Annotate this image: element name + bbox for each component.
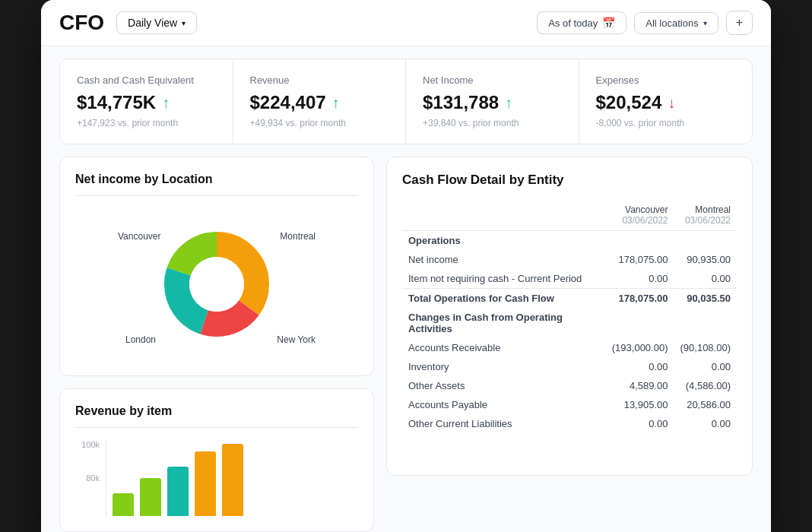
add-button[interactable]: + (726, 11, 753, 35)
ar-v1: (193,000.00) (606, 338, 674, 357)
col-header-montreal: Montreal 03/06/2022 (674, 200, 737, 231)
net-income-link[interactable]: Net income (402, 250, 606, 269)
kpi-change-net-income: +39,840 vs. prior month (423, 118, 562, 128)
table-row: Accounts Receivable (193,000.00) (90,108… (402, 338, 737, 357)
ocl-v1: 0.00 (606, 414, 674, 433)
inventory-label: Inventory (402, 357, 606, 376)
all-locations-button[interactable]: All locations ▾ (634, 12, 718, 34)
kpi-card-net-income: Net Income $131,788 ↑ +39,840 vs. prior … (406, 59, 579, 144)
revenue-by-item-card: Revenue by item 100k 80k 0 (59, 388, 374, 532)
page-title: CFO (59, 11, 104, 35)
as-of-today-button[interactable]: As of today 📅 (537, 11, 626, 34)
header: CFO Daily View ▾ As of today 📅 All locat… (41, 0, 771, 46)
arrow-up-icon: ↑ (505, 94, 512, 112)
donut-chart-svg (160, 227, 274, 341)
table-row: Other Assets 4,589.00 (4,586.00) (402, 376, 737, 395)
total-operations-row: Total Operations for Cash Flow 178,075.0… (402, 289, 737, 309)
section-operations: Operations (402, 231, 737, 251)
col-header-vancouver: Vancouver 03/06/2022 (606, 200, 674, 231)
bar-3 (167, 467, 189, 516)
table-row: Other Current Liabilities 0.00 0.00 (402, 414, 737, 433)
col-header-empty (402, 200, 606, 231)
accounts-payable-link[interactable]: Accounts Payable (402, 395, 606, 414)
main-content: Net income by Location Vancouver Montrea… (41, 157, 771, 532)
table-row: Net income 178,075.00 90,935.00 (402, 250, 737, 269)
bar-5 (222, 444, 243, 516)
chevron-down-icon: ▾ (182, 19, 186, 27)
bar-chart-area: 100k 80k 0 (75, 440, 358, 516)
main-window: CFO Daily View ▾ As of today 📅 All locat… (41, 0, 771, 532)
header-actions: As of today 📅 All locations ▾ + (537, 11, 753, 35)
cashflow-table: Vancouver 03/06/2022 Montreal 03/06/2022… (402, 200, 737, 433)
bar-1 (113, 493, 134, 516)
arrow-down-icon: ↓ (668, 94, 675, 112)
ocl-v2: 0.00 (674, 414, 737, 433)
arrow-up-icon: ↑ (162, 94, 170, 112)
kpi-value-revenue: $224,407 (250, 92, 326, 113)
section-changes: Changes in Cash from Operating Activitie… (402, 308, 737, 338)
svg-point-4 (189, 257, 244, 312)
kpi-label-cash: Cash and Cash Equivalent (77, 74, 216, 86)
montreal-label: Montreal (280, 231, 316, 242)
kpi-value-row-expenses: $20,524 ↓ (596, 92, 736, 113)
all-locations-label: All locations (645, 17, 698, 29)
cashflow-panel: Cash Flow Detail by Entity Vancouver 03/… (386, 157, 753, 476)
inventory-v1: 0.00 (606, 357, 674, 376)
net-income-location-card: Net income by Location Vancouver Montrea… (59, 157, 374, 376)
kpi-value-row-cash: $14,775K ↑ (77, 92, 216, 113)
item-v2: 0.00 (674, 269, 737, 289)
kpi-value-row-net-income: $131,788 ↑ (423, 92, 562, 113)
left-panel: Net income by Location Vancouver Montrea… (59, 157, 386, 532)
other-assets-v2: (4,586.00) (674, 376, 737, 395)
kpi-label-expenses: Expenses (596, 74, 736, 86)
inventory-v2: 0.00 (674, 357, 737, 376)
kpi-value-cash: $14,775K (77, 92, 156, 113)
kpi-change-revenue: +49,934 vs. prior month (250, 118, 389, 128)
other-assets-link[interactable]: Other Assets (402, 376, 606, 395)
kpi-label-revenue: Revenue (250, 74, 389, 86)
kpi-value-net-income: $131,788 (423, 92, 499, 113)
kpi-label-net-income: Net Income (423, 74, 562, 86)
kpi-card-cash: Cash and Cash Equivalent $14,775K ↑ +147… (60, 59, 233, 144)
table-row: Item not requiring cash - Current Period… (402, 269, 737, 289)
y-label-80k: 80k (86, 473, 100, 483)
calendar-icon: 📅 (602, 17, 615, 29)
table-row: Accounts Payable 13,905.00 20,586.00 (402, 395, 737, 414)
ar-v2: (90,108.00) (674, 338, 737, 357)
net-income-v1: 178,075.00 (606, 250, 674, 269)
kpi-change-expenses: -8,000 vs. prior month (596, 118, 736, 128)
kpi-card-revenue: Revenue $224,407 ↑ +49,934 vs. prior mon… (233, 59, 407, 144)
vancouver-label: Vancouver (118, 231, 160, 242)
daily-view-button[interactable]: Daily View ▾ (116, 11, 197, 34)
arrow-up-icon: ↑ (332, 94, 340, 112)
kpi-change-cash: +147,923 vs. prior month (77, 118, 216, 128)
kpi-card-expenses: Expenses $20,524 ↓ -8,000 vs. prior mont… (579, 59, 753, 144)
ap-v2: 20,586.00 (674, 395, 737, 414)
kpi-cards: Cash and Cash Equivalent $14,775K ↑ +147… (59, 59, 753, 144)
kpi-value-row-revenue: $224,407 ↑ (250, 92, 389, 113)
bar-4 (195, 451, 216, 516)
revenue-chart-title: Revenue by item (75, 404, 358, 418)
as-of-today-label: As of today (548, 17, 598, 29)
donut-chart-container: Vancouver Montreal London New York (118, 208, 316, 360)
item-not-requiring-cash-link[interactable]: Item not requiring cash - Current Period (402, 269, 606, 289)
chevron-down-icon: ▾ (703, 19, 707, 27)
other-current-liabilities-link[interactable]: Other Current Liabilities (402, 414, 606, 433)
ap-v1: 13,905.00 (606, 395, 674, 414)
daily-view-label: Daily View (128, 17, 177, 29)
donut-section: Vancouver Montreal London New York (75, 208, 358, 360)
other-assets-v1: 4,589.00 (606, 376, 674, 395)
london-label: London (125, 334, 156, 345)
item-v1: 0.00 (606, 269, 674, 289)
kpi-value-expenses: $20,524 (596, 92, 662, 113)
accounts-receivable-link[interactable]: Accounts Receivable (402, 338, 606, 357)
cashflow-title: Cash Flow Detail by Entity (402, 173, 737, 188)
bar-2 (140, 478, 161, 516)
table-header-row: Vancouver 03/06/2022 Montreal 03/06/2022 (402, 200, 737, 231)
new-york-label: New York (277, 334, 316, 345)
table-row: Inventory 0.00 0.00 (402, 357, 737, 376)
net-income-v2: 90,935.00 (674, 250, 737, 269)
net-income-chart-title: Net income by Location (75, 173, 358, 186)
kpi-section: Cash and Cash Equivalent $14,775K ↑ +147… (41, 46, 771, 157)
y-label-100k: 100k (81, 440, 100, 449)
